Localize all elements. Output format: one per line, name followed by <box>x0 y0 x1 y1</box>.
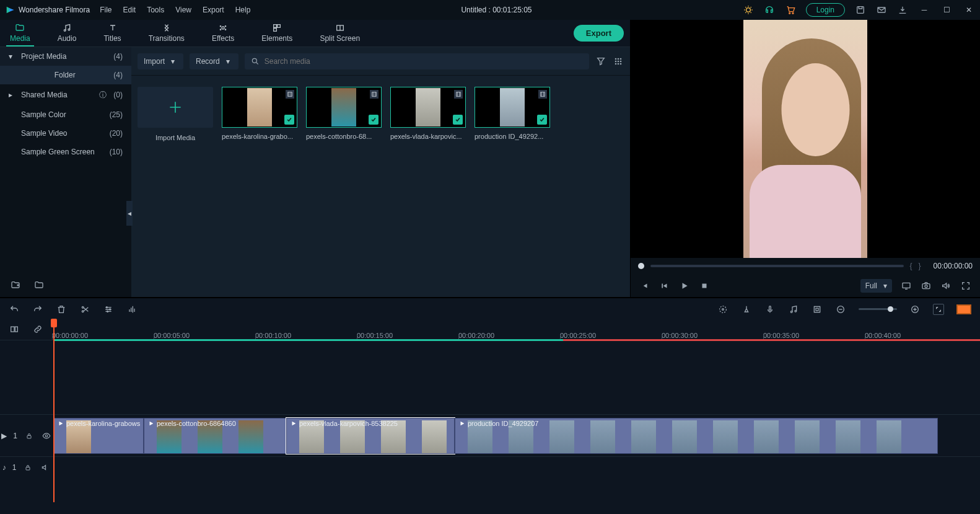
sidebar-item-sample-video[interactable]: Sample Video (20) <box>0 124 131 143</box>
film-icon: ▶ <box>1 432 7 440</box>
preview-video[interactable] <box>631 20 980 258</box>
adjust-button[interactable] <box>103 304 114 315</box>
info-icon[interactable]: ⓘ <box>97 89 108 100</box>
filter-icon[interactable] <box>595 56 606 67</box>
mute-icon[interactable] <box>40 462 51 473</box>
mail-icon[interactable] <box>876 4 887 16</box>
svg-point-41 <box>722 308 724 310</box>
delete-button[interactable] <box>56 304 67 315</box>
audio-levels-button[interactable] <box>126 304 138 315</box>
volume-icon[interactable] <box>940 280 952 291</box>
media-toolbar: Import ▾ Record ▾ <box>131 47 630 76</box>
sidebar-item-sample-green[interactable]: Sample Green Screen (10) <box>0 143 131 161</box>
scrub-playhead[interactable] <box>638 263 644 269</box>
clip-card-4[interactable]: production ID_49292... <box>475 87 550 140</box>
svg-point-6 <box>68 29 70 30</box>
render-button[interactable] <box>812 304 823 315</box>
prev-frame-button[interactable] <box>639 280 650 291</box>
close-button[interactable]: ✕ <box>963 4 975 16</box>
menu-file[interactable]: File <box>100 6 112 14</box>
import-dropdown[interactable]: Import ▾ <box>138 53 183 69</box>
sidebar-item-folder[interactable]: Folder (4) <box>0 66 131 84</box>
playhead-handle[interactable] <box>51 319 57 327</box>
snapshot-icon[interactable] <box>921 280 932 291</box>
playhead[interactable] <box>53 322 55 502</box>
minimize-button[interactable]: ─ <box>918 4 930 16</box>
menu-help[interactable]: Help <box>235 6 251 14</box>
menu-view[interactable]: View <box>175 6 191 14</box>
cart-icon[interactable] <box>785 4 796 16</box>
monitor-icon[interactable] <box>901 280 912 291</box>
film-icon <box>286 90 294 99</box>
zoom-thumb[interactable] <box>888 306 893 312</box>
maximize-button[interactable]: ☐ <box>940 4 953 16</box>
tab-media[interactable]: Media <box>6 20 34 47</box>
login-button[interactable]: Login <box>806 3 845 17</box>
scrub-track[interactable] <box>650 265 904 267</box>
export-button[interactable]: Export <box>574 25 624 42</box>
mixer-button[interactable] <box>788 304 799 315</box>
split-button[interactable] <box>79 304 90 315</box>
sidebar-item-project-media[interactable]: ▾ Project Media (4) <box>0 47 131 66</box>
undo-button[interactable] <box>9 304 20 315</box>
import-media-card[interactable]: Import Media <box>138 87 213 141</box>
tab-audio[interactable]: Audio <box>54 20 81 47</box>
record-dropdown[interactable]: Record ▾ <box>190 53 238 69</box>
snap-icon[interactable] <box>9 324 20 335</box>
svg-rect-45 <box>814 306 820 312</box>
step-back-button[interactable] <box>659 280 670 291</box>
svg-point-0 <box>746 8 750 12</box>
sidebar-item-shared-media[interactable]: ▸ Shared Media ⓘ (0) <box>0 84 131 105</box>
folder-icon[interactable] <box>33 280 45 291</box>
save-icon[interactable] <box>855 4 866 16</box>
tab-titles[interactable]: Titles <box>100 20 125 47</box>
lock-icon[interactable] <box>22 462 33 473</box>
zoom-out-button[interactable] <box>835 304 846 315</box>
preview-scrubber[interactable]: { } 00:00:00:00 <box>631 258 980 275</box>
menu-export[interactable]: Export <box>203 6 224 14</box>
sidebar-item-sample-color[interactable]: Sample Color (25) <box>0 105 131 124</box>
headset-icon[interactable] <box>764 4 775 16</box>
ruler[interactable]: 00:00:00:00 00:00:05:00 00:00:10:00 00:0… <box>53 320 980 340</box>
menu-tools[interactable]: Tools <box>147 6 164 14</box>
clip-label: pexels-karolina-grabo... <box>222 133 297 140</box>
stop-button[interactable] <box>699 280 710 291</box>
zoom-slider[interactable] <box>859 308 897 310</box>
clip-card-2[interactable]: pexels-cottonbro-68... <box>306 87 382 140</box>
color-match-button[interactable] <box>717 304 728 315</box>
tab-splitscreen[interactable]: Split Screen <box>316 20 364 47</box>
voiceover-button[interactable] <box>764 304 776 315</box>
link-icon[interactable] <box>32 324 43 335</box>
grid-view-icon[interactable] <box>613 56 624 67</box>
play-button[interactable] <box>679 280 690 291</box>
svg-point-39 <box>107 311 108 312</box>
menu-edit[interactable]: Edit <box>123 6 136 14</box>
clip-card-1[interactable]: pexels-karolina-grabo... <box>222 87 297 140</box>
thumbnail-size-button[interactable] <box>956 304 971 314</box>
quality-label: Full <box>865 281 877 290</box>
search-box[interactable] <box>245 53 589 69</box>
sidebar-bottom <box>0 273 131 297</box>
tab-elements[interactable]: Elements <box>258 20 296 47</box>
marker-button[interactable] <box>741 304 752 315</box>
redo-button[interactable] <box>32 304 43 315</box>
zoom-fit-button[interactable] <box>933 304 944 315</box>
tab-transitions[interactable]: Transitions <box>145 20 188 47</box>
quality-select[interactable]: Full ▾ <box>860 279 892 293</box>
download-icon[interactable] <box>897 4 908 16</box>
clip-card-3[interactable]: pexels-vlada-karpovic... <box>390 87 466 140</box>
lock-icon[interactable] <box>24 430 35 441</box>
tab-titles-label: Titles <box>103 34 121 43</box>
audio-track-1[interactable]: ♪ 1 <box>0 456 980 477</box>
eye-icon[interactable] <box>41 430 52 441</box>
tab-effects[interactable]: Effects <box>208 20 238 47</box>
new-folder-icon[interactable] <box>10 280 21 291</box>
search-input[interactable] <box>265 57 583 66</box>
lightbulb-icon[interactable] <box>743 4 754 16</box>
zoom-in-button[interactable] <box>909 304 921 315</box>
svg-point-40 <box>720 306 727 312</box>
render-bar <box>53 339 980 341</box>
sidebar-collapse-button[interactable]: ◂ <box>126 201 133 226</box>
media-grid: Import Media pexels-karolina-grabo... pe… <box>131 76 630 153</box>
fullscreen-icon[interactable] <box>960 280 971 291</box>
